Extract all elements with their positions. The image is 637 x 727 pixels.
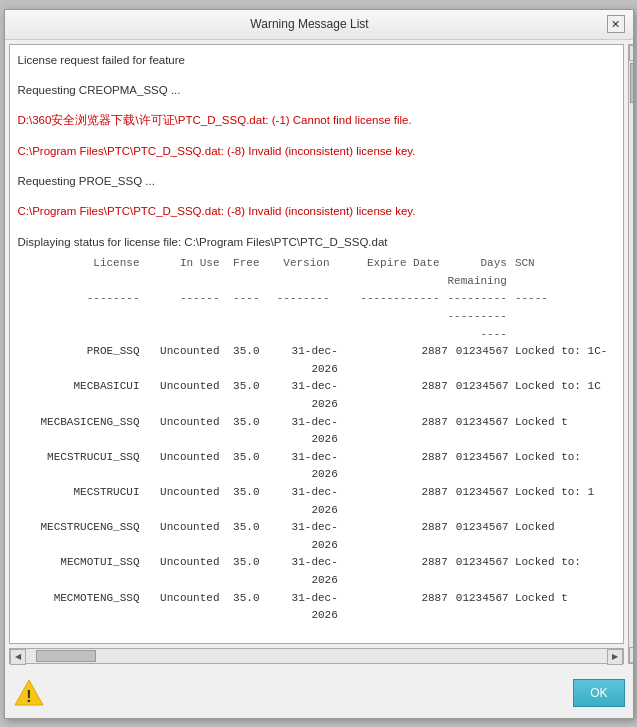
table-cell: MECMOTUI_SSQ [18, 554, 148, 589]
table-cell: MECBASICENG_SSQ [18, 414, 148, 449]
table-cell: Locked t [515, 590, 615, 625]
table-cell: Locked to: 1C [515, 378, 615, 413]
table-separator-cell: ------------ [338, 290, 448, 343]
table-cell: 31-dec-2026 [268, 484, 346, 519]
table-cell: Uncounted [148, 590, 228, 625]
table-cell: 35.0 [228, 590, 268, 625]
table-row: MECSTRUCUIUncounted35.031-dec-2026288701… [18, 484, 615, 519]
table-header-cell: Expire Date [338, 255, 448, 290]
table-cell: MECSTRUCENG_SSQ [18, 519, 148, 554]
table-cell: 01234567 [456, 590, 515, 625]
table-header-cell: License [18, 255, 148, 290]
table-cell: MECMOTENG_SSQ [18, 590, 148, 625]
bottom-area: ! OK [5, 668, 633, 718]
table-cell: Uncounted [148, 343, 228, 378]
table-cell: MECBASICUI [18, 378, 148, 413]
table-cell: 2887 [346, 590, 456, 625]
table-cell: 2887 [346, 484, 456, 519]
table-separator-cell: ----- [515, 290, 615, 343]
table-cell: 2887 [346, 554, 456, 589]
scroll-down-button[interactable]: ▼ [629, 647, 633, 663]
table-cell: 2887 [346, 378, 456, 413]
warning-message-window: Warning Message List ✕ License request f… [4, 9, 634, 719]
table-separator-cell: -------- [268, 290, 338, 343]
table-cell: 35.0 [228, 484, 268, 519]
v-scroll-track[interactable] [629, 61, 633, 647]
table-header-cell: Free [228, 255, 268, 290]
horizontal-scrollbar[interactable]: ◀ ▶ [9, 648, 624, 664]
table-cell: 31-dec-2026 [268, 519, 346, 554]
table-row: MECMOTUI_SSQUncounted35.031-dec-20262887… [18, 554, 615, 589]
table-cell: 31-dec-2026 [268, 378, 346, 413]
table-row: MECMOTENG_SSQUncounted35.031-dec-2026288… [18, 590, 615, 625]
table-header-cell: SCN [515, 255, 615, 290]
ok-button[interactable]: OK [573, 679, 624, 707]
table-cell: 01234567 [456, 554, 515, 589]
warning-icon: ! [13, 677, 45, 709]
table-cell: 01234567 [456, 343, 515, 378]
table-cell: 31-dec-2026 [268, 343, 346, 378]
table-cell: Locked to: [515, 449, 615, 484]
table-row: MECBASICENG_SSQUncounted35.031-dec-20262… [18, 414, 615, 449]
content-area: License request failed for featureReques… [5, 40, 633, 668]
table-separator-row: ----------------------------------------… [18, 290, 615, 343]
table-header-cell: Version [268, 255, 338, 290]
table-cell: 2887 [346, 449, 456, 484]
title-bar: Warning Message List ✕ [5, 10, 633, 40]
table-cell: 35.0 [228, 414, 268, 449]
table-cell: 31-dec-2026 [268, 414, 346, 449]
table-cell: Uncounted [148, 484, 228, 519]
svg-text:!: ! [26, 688, 31, 705]
table-cell: Locked t [515, 414, 615, 449]
main-panel: License request failed for featureReques… [9, 44, 624, 664]
scroll-right-button[interactable]: ▶ [607, 649, 623, 665]
table-cell: 2887 [346, 414, 456, 449]
table-row: MECSTRUCUI_SSQUncounted35.031-dec-202628… [18, 449, 615, 484]
table-cell: 01234567 [456, 449, 515, 484]
window-title: Warning Message List [13, 17, 607, 31]
table-cell: Locked to: 1C- [515, 343, 615, 378]
table-cell: 01234567 [456, 378, 515, 413]
table-cell: 35.0 [228, 378, 268, 413]
table-cell: 35.0 [228, 449, 268, 484]
table-cell: 31-dec-2026 [268, 449, 346, 484]
table-cell: MECSTRUCUI_SSQ [18, 449, 148, 484]
table-cell: 35.0 [228, 519, 268, 554]
table-row: MECBASICUIUncounted35.031-dec-2026288701… [18, 378, 615, 413]
table-cell: 31-dec-2026 [268, 590, 346, 625]
table-row: MECSTRUCENG_SSQUncounted35.031-dec-20262… [18, 519, 615, 554]
scroll-up-button[interactable]: ▲ [629, 45, 633, 61]
table-cell: Uncounted [148, 414, 228, 449]
table-cell: Locked [515, 519, 615, 554]
h-scroll-thumb[interactable] [36, 650, 96, 662]
close-button[interactable]: ✕ [607, 15, 625, 33]
table-cell: 01234567 [456, 414, 515, 449]
table-cell: MECSTRUCUI [18, 484, 148, 519]
license-table: LicenseIn UseFreeVersionExpire DateDays … [18, 255, 615, 624]
table-cell: 31-dec-2026 [268, 554, 346, 589]
table-separator-cell: ------ [148, 290, 228, 343]
scroll-left-button[interactable]: ◀ [10, 649, 26, 665]
table-header-cell: In Use [148, 255, 228, 290]
table-cell: 2887 [346, 519, 456, 554]
v-scroll-thumb[interactable] [630, 63, 633, 103]
message-textbox[interactable]: License request failed for featureReques… [9, 44, 624, 644]
table-header-row: LicenseIn UseFreeVersionExpire DateDays … [18, 255, 615, 290]
table-cell: Uncounted [148, 378, 228, 413]
table-cell: 2887 [346, 343, 456, 378]
vertical-scrollbar[interactable]: ▲ ▼ [628, 44, 633, 664]
table-separator-cell: ---------------------- [448, 290, 515, 343]
table-separator-cell: ---- [228, 290, 268, 343]
table-cell: PROE_SSQ [18, 343, 148, 378]
table-cell: Locked to: [515, 554, 615, 589]
table-cell: 01234567 [456, 519, 515, 554]
table-separator-cell: -------- [18, 290, 148, 343]
table-cell: Uncounted [148, 554, 228, 589]
table-cell: 35.0 [228, 554, 268, 589]
table-row: PROE_SSQUncounted35.031-dec-202628870123… [18, 343, 615, 378]
table-cell: 01234567 [456, 484, 515, 519]
h-scroll-track[interactable] [26, 649, 607, 663]
table-cell: Uncounted [148, 519, 228, 554]
table-cell: 35.0 [228, 343, 268, 378]
table-cell: Uncounted [148, 449, 228, 484]
